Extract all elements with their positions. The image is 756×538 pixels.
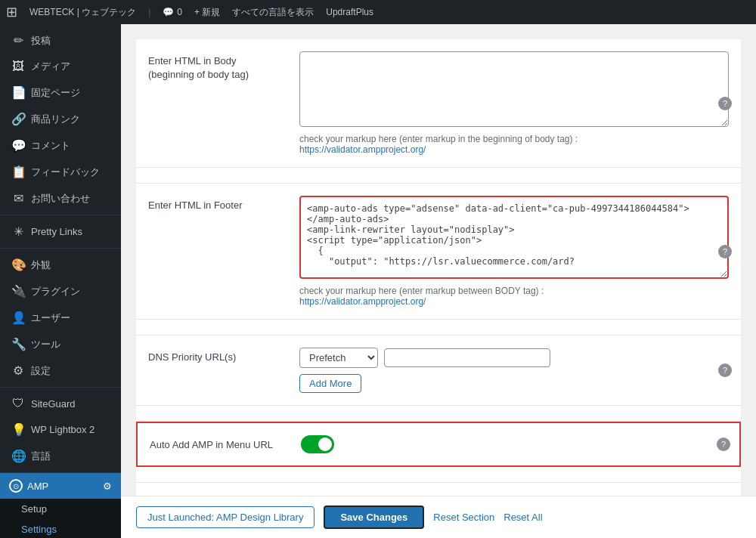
pretty-links-icon: ✳ xyxy=(11,224,25,239)
sidebar-item-links[interactable]: 🔗 商品リンク xyxy=(0,106,121,132)
lightbox-icon: 💡 xyxy=(11,422,25,437)
sidebar: ✏ 投稿 🖼 メディア 📄 固定ページ 🔗 商品リンク 💬 コメント 📋 xyxy=(0,24,121,538)
pages-icon: 📄 xyxy=(11,85,25,100)
sidebar-item-posts[interactable]: ✏ 投稿 xyxy=(0,27,121,54)
contact-icon: ✉ xyxy=(11,191,25,206)
sidebar-main-nav: ✏ 投稿 🖼 メディア 📄 固定ページ 🔗 商品リンク 💬 コメント 📋 xyxy=(0,24,121,215)
site-name[interactable]: WEBTECK | ウェブテック xyxy=(29,6,136,19)
html-body-row: Enter HTML in Body (beginning of body ta… xyxy=(136,39,741,168)
admin-bar: ⊞ WEBTECK | ウェブテック | 💬 0 + 新規 すべての言語を表示 … xyxy=(0,0,756,24)
sidebar-pretty-links: ✳ Pretty Links xyxy=(0,215,121,249)
amp-menu-label-wrap: ⊙ AMP xyxy=(9,479,48,493)
appearance-icon: 🎨 xyxy=(11,258,25,272)
sidebar-item-feedback[interactable]: 📋 フィードバック xyxy=(0,159,121,185)
reset-section-button[interactable]: Reset Section xyxy=(433,512,494,523)
html-body-label: Enter HTML in Body (beginning of body ta… xyxy=(148,51,299,82)
tools-icon: 🔧 xyxy=(11,337,25,351)
amp-circle-icon: ⊙ xyxy=(9,479,23,493)
language-icon: 🌐 xyxy=(11,449,25,463)
amp-submenu-setup[interactable]: Setup xyxy=(0,499,121,519)
amp-submenu: Setup Settings Design Extensions Upgrade… xyxy=(0,499,121,538)
auto-add-amp-label: Auto Add AMP in Menu URL xyxy=(150,435,301,452)
sidebar-item-appearance[interactable]: 🎨 外観 xyxy=(0,252,121,278)
auto-add-amp-control xyxy=(301,435,727,453)
amp-submenu-settings[interactable]: Settings xyxy=(0,519,121,538)
wp-logo: ⊞ xyxy=(6,4,17,20)
add-more-button[interactable]: Add More xyxy=(299,374,361,393)
sidebar-item-comments[interactable]: 💬 コメント xyxy=(0,132,121,159)
html-footer-help: check your markup here (enter markup bet… xyxy=(299,286,729,307)
html-body-control: check your markup here (enter markup in … xyxy=(299,51,729,155)
html-body-help: check your markup here (enter markup in … xyxy=(299,134,729,155)
plugins-icon: 🔌 xyxy=(11,284,25,298)
sidebar-item-siteguard[interactable]: 🛡 SiteGuard xyxy=(0,391,121,416)
users-icon: 👤 xyxy=(11,311,25,325)
sidebar-item-pages[interactable]: 📄 固定ページ xyxy=(0,79,121,106)
html-footer-validator-link[interactable]: https://validator.ampproject.org/ xyxy=(299,296,426,307)
media-icon: 🖼 xyxy=(11,60,25,73)
dns-priority-control: Prefetch Preconnect Prerender Add More xyxy=(299,348,729,393)
dns-row-inputs: Prefetch Preconnect Prerender xyxy=(299,348,729,368)
dns-help-icon[interactable]: ? xyxy=(718,363,732,377)
html-footer-label: Enter HTML in Footer xyxy=(148,196,299,212)
siteguard-icon: 🛡 xyxy=(11,397,25,410)
sidebar-plugin-items: 🛡 SiteGuard 💡 WP Lightbox 2 🌐 言語 xyxy=(0,388,121,473)
settings-icon: ⚙ xyxy=(11,363,25,378)
html-body-textarea[interactable] xyxy=(299,51,729,127)
posts-icon: ✏ xyxy=(11,33,25,48)
auto-add-amp-toggle-wrap xyxy=(301,435,727,453)
sidebar-item-pretty-links[interactable]: ✳ Pretty Links xyxy=(0,218,121,245)
comments-count[interactable]: 💬 0 xyxy=(163,7,182,17)
comment-icon: 💬 xyxy=(163,7,174,17)
settings-form: Enter HTML in Body (beginning of body ta… xyxy=(136,39,741,538)
amp-library-button[interactable]: Just Launched: AMP Design Library xyxy=(136,506,314,528)
auto-add-amp-help-icon[interactable]: ? xyxy=(717,438,730,451)
sidebar-item-plugins[interactable]: 🔌 プラグイン xyxy=(0,278,121,305)
auto-add-amp-toggle[interactable] xyxy=(301,435,334,453)
dns-priority-row: DNS Priority URL(s) Prefetch Preconnect … xyxy=(136,335,741,406)
updraftplus-button[interactable]: UpdraftPlus xyxy=(326,7,373,17)
translate-button[interactable]: すべての言語を表示 xyxy=(232,6,314,19)
bottom-bar: Just Launched: AMP Design Library Save C… xyxy=(121,496,756,538)
dns-type-select[interactable]: Prefetch Preconnect Prerender xyxy=(299,348,378,368)
new-post-button[interactable]: + 新規 xyxy=(194,6,220,19)
sidebar-item-settings[interactable]: ⚙ 設定 xyxy=(0,357,121,384)
auto-add-amp-slider xyxy=(301,435,334,453)
html-footer-help-icon[interactable]: ? xyxy=(718,245,732,258)
reset-all-button[interactable]: Reset All xyxy=(503,512,542,523)
html-footer-row: Enter HTML in Footer check your markup h… xyxy=(136,184,741,320)
amp-menu-header[interactable]: ⊙ AMP ⚙ xyxy=(0,473,121,499)
amp-settings-icon[interactable]: ⚙ xyxy=(103,481,112,492)
sidebar-item-users[interactable]: 👤 ユーザー xyxy=(0,305,121,331)
sidebar-item-media[interactable]: 🖼 メディア xyxy=(0,54,121,79)
feedback-icon: 📋 xyxy=(11,165,25,179)
links-icon: 🔗 xyxy=(11,112,25,126)
html-footer-textarea[interactable] xyxy=(299,196,729,279)
auto-add-amp-row: Auto Add AMP in Menu URL ? xyxy=(136,422,741,467)
content-inner: Enter HTML in Body (beginning of body ta… xyxy=(121,24,756,538)
amp-menu-label: AMP xyxy=(27,481,48,492)
comments-icon: 💬 xyxy=(11,138,25,153)
html-body-validator-link[interactable]: https://validator.ampproject.org/ xyxy=(299,144,426,155)
dns-url-input[interactable] xyxy=(384,348,550,367)
sidebar-item-language[interactable]: 🌐 言語 xyxy=(0,443,121,469)
html-footer-control: check your markup here (enter markup bet… xyxy=(299,196,729,307)
sidebar-item-tools[interactable]: 🔧 ツール xyxy=(0,331,121,357)
sidebar-item-contact[interactable]: ✉ お問い合わせ xyxy=(0,185,121,212)
sidebar-item-lightbox[interactable]: 💡 WP Lightbox 2 xyxy=(0,416,121,443)
dns-priority-label: DNS Priority URL(s) xyxy=(148,348,299,364)
html-body-help-icon[interactable]: ? xyxy=(718,97,732,110)
save-changes-button[interactable]: Save Changes xyxy=(324,506,424,529)
main-content: Enter HTML in Body (beginning of body ta… xyxy=(121,24,756,538)
sidebar-admin-nav: 🎨 外観 🔌 プラグイン 👤 ユーザー 🔧 ツール ⚙ 設定 xyxy=(0,249,121,388)
